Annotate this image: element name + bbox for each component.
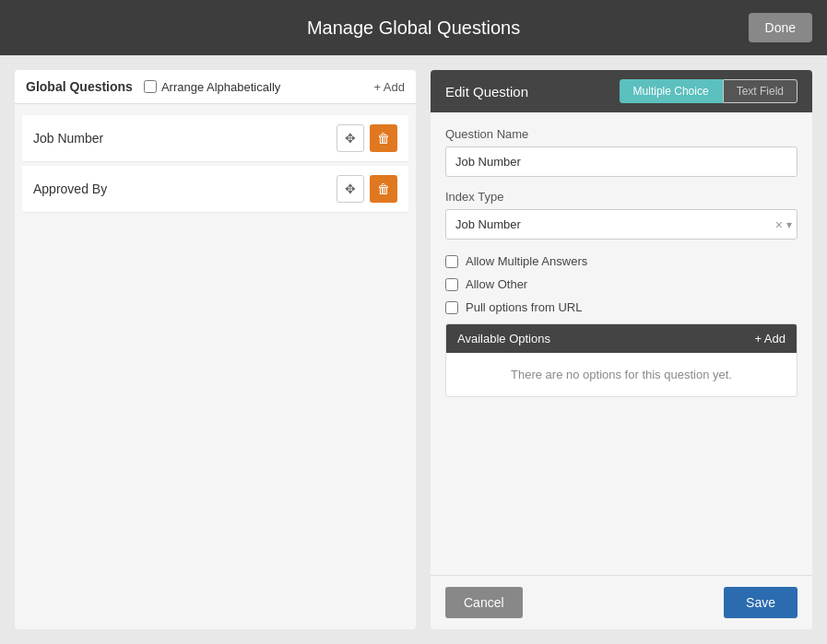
- type-toggle: Multiple Choice Text Field: [620, 79, 797, 103]
- question-actions: ✥ 🗑: [337, 175, 397, 203]
- table-row: Job Number ✥ 🗑: [22, 115, 408, 162]
- question-list: Job Number ✥ 🗑 Approved By ✥: [15, 104, 416, 629]
- clear-icon[interactable]: ×: [775, 217, 783, 232]
- edit-question-title: Edit Question: [445, 84, 528, 100]
- left-panel: Global Questions Arrange Alphabetically …: [15, 70, 416, 629]
- question-name-input[interactable]: [445, 146, 797, 177]
- index-type-select[interactable]: Job Number: [445, 209, 797, 240]
- left-panel-title: Global Questions: [26, 79, 133, 94]
- arrange-alphabetically-checkbox[interactable]: [144, 80, 157, 93]
- allow-multiple-answers-row: Allow Multiple Answers: [445, 254, 797, 268]
- pull-options-from-url-checkbox[interactable]: [445, 301, 458, 314]
- right-panel-header: Edit Question Multiple Choice Text Field: [431, 70, 812, 112]
- delete-button[interactable]: 🗑: [370, 124, 397, 152]
- available-options-empty-message: There are no options for this question y…: [446, 353, 797, 396]
- question-name-label: Job Number: [33, 131, 337, 146]
- arrange-alphabetically-text: Arrange Alphabetically: [161, 80, 280, 94]
- question-actions: ✥ 🗑: [337, 124, 397, 152]
- right-panel: Edit Question Multiple Choice Text Field…: [431, 70, 812, 629]
- available-options-header: Available Options + Add: [446, 324, 797, 353]
- index-type-wrapper: Job Number × ▾: [445, 209, 797, 240]
- pull-options-from-url-label[interactable]: Pull options from URL: [466, 300, 582, 314]
- allow-other-label[interactable]: Allow Other: [466, 277, 527, 291]
- main-content: Global Questions Arrange Alphabetically …: [0, 55, 827, 644]
- header: Manage Global Questions Done: [0, 0, 827, 55]
- footer-actions: Cancel Save: [431, 575, 812, 629]
- allow-multiple-answers-label[interactable]: Allow Multiple Answers: [466, 254, 587, 268]
- move-button[interactable]: ✥: [337, 175, 364, 203]
- pull-options-from-url-row: Pull options from URL: [445, 300, 797, 314]
- save-button[interactable]: Save: [724, 587, 797, 618]
- move-button[interactable]: ✥: [337, 124, 364, 152]
- question-name-label: Approved By: [33, 181, 337, 196]
- allow-other-row: Allow Other: [445, 277, 797, 291]
- text-field-button[interactable]: Text Field: [723, 79, 797, 103]
- right-panel-body: Question Name Index Type Job Number × ▾ …: [431, 112, 812, 575]
- allow-other-checkbox[interactable]: [445, 278, 458, 291]
- available-options-section: Available Options + Add There are no opt…: [445, 323, 797, 397]
- move-icon: ✥: [345, 131, 356, 146]
- question-name-field-label: Question Name: [445, 127, 797, 141]
- left-panel-header: Global Questions Arrange Alphabetically …: [15, 70, 416, 104]
- cancel-button[interactable]: Cancel: [445, 587, 523, 618]
- move-icon: ✥: [345, 181, 356, 196]
- index-type-field-label: Index Type: [445, 190, 797, 204]
- available-options-title: Available Options: [457, 332, 550, 345]
- header-title: Manage Global Questions: [307, 18, 520, 39]
- multiple-choice-button[interactable]: Multiple Choice: [620, 79, 723, 103]
- done-button[interactable]: Done: [749, 13, 812, 42]
- trash-icon: 🗑: [377, 181, 390, 196]
- table-row: Approved By ✥ 🗑: [22, 166, 408, 213]
- add-option-button[interactable]: + Add: [754, 332, 786, 345]
- delete-button[interactable]: 🗑: [370, 175, 397, 203]
- allow-multiple-answers-checkbox[interactable]: [445, 255, 458, 268]
- arrange-alphabetically-label[interactable]: Arrange Alphabetically: [144, 80, 280, 94]
- add-question-button[interactable]: + Add: [373, 80, 405, 94]
- trash-icon: 🗑: [377, 131, 390, 146]
